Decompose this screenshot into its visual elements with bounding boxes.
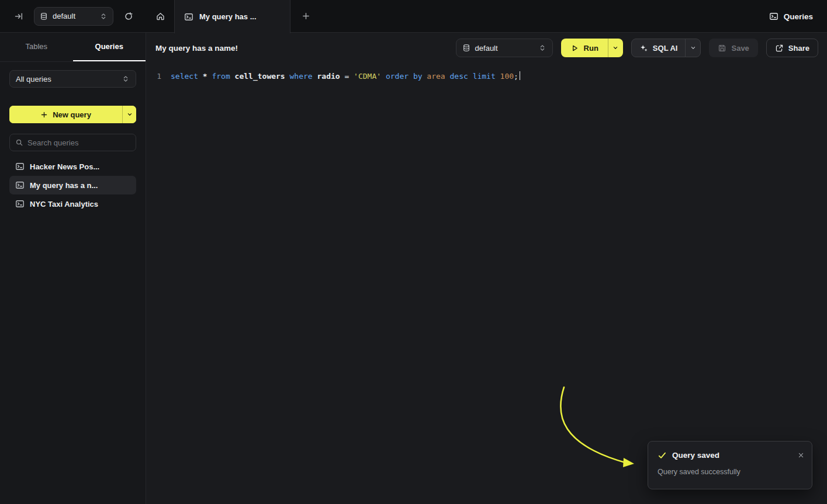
saved-query-item[interactable]: NYC Taxi Analytics (9, 194, 136, 213)
queries-filter-select[interactable]: All queries (9, 70, 136, 88)
search-icon (15, 138, 23, 147)
share-label: Share (788, 44, 809, 53)
chevron-down-icon (126, 111, 133, 118)
query-icon (15, 162, 25, 171)
plus-icon (302, 12, 310, 20)
database-icon (462, 44, 470, 52)
saved-query-item[interactable]: My query has a n... (9, 176, 136, 194)
toast-close-button[interactable] (796, 450, 806, 460)
collapse-sidebar-button[interactable] (11, 8, 27, 25)
save-icon (718, 44, 726, 53)
query-icon (15, 180, 25, 190)
new-query-split-button: New query (9, 106, 136, 123)
refresh-button[interactable] (120, 8, 137, 25)
home-tab[interactable] (146, 0, 174, 32)
chevron-down-icon (612, 44, 619, 51)
share-button[interactable]: Share (766, 39, 818, 57)
collapse-sidebar-icon (14, 12, 23, 21)
saved-query-label: Hacker News Pos... (30, 162, 99, 171)
tab-label: My query has ... (199, 12, 257, 21)
query-icon (769, 12, 778, 21)
topbar-left: default (0, 0, 146, 32)
new-query-label: New query (53, 110, 91, 119)
main-database-selector[interactable]: default (456, 39, 553, 57)
sql-ai-split-button: SQL AI (631, 39, 701, 57)
line-number: 1 (155, 71, 161, 82)
sql-ai-label: SQL AI (653, 44, 678, 53)
code-line: select * from cell_towers where radio = … (171, 71, 520, 82)
saved-queries-list: Hacker News Pos... My query has a n... N… (9, 157, 136, 213)
queries-indicator[interactable]: Queries (769, 0, 813, 33)
home-icon (155, 11, 165, 21)
run-label: Run (584, 44, 598, 53)
toast-message: Query saved successfully (648, 460, 812, 485)
run-options-button[interactable] (608, 39, 623, 57)
query-controls: default Run (456, 39, 818, 57)
queries-filter-value: All queries (16, 75, 122, 84)
check-icon (658, 451, 667, 460)
sidebar-tabs: Tables Queries (0, 33, 146, 62)
refresh-icon (124, 12, 133, 21)
tab-tables[interactable]: Tables (0, 33, 73, 61)
sql-ai-options-button[interactable] (685, 39, 700, 57)
save-button[interactable]: Save (709, 39, 757, 57)
new-tab-button[interactable] (297, 8, 314, 25)
new-query-button[interactable]: New query (9, 106, 122, 123)
sidebar-body: All queries New query (0, 62, 146, 213)
save-label: Save (731, 44, 749, 53)
query-icon (184, 12, 193, 22)
toast-title: Query saved (672, 451, 791, 460)
app-window: default My query has .. (0, 0, 827, 504)
saved-query-label: NYC Taxi Analytics (30, 200, 98, 208)
search-queries-input[interactable] (27, 138, 130, 147)
page-title: My query has a name! (155, 44, 456, 53)
query-header: My query has a name! default Run (146, 33, 827, 63)
toast-query-saved: Query saved Query saved successfully (648, 441, 812, 489)
top-bar: default My query has .. (0, 0, 827, 33)
query-icon (15, 199, 25, 208)
chevron-updown-icon (538, 44, 546, 52)
run-button[interactable]: Run (561, 39, 608, 57)
search-queries-box (9, 134, 136, 151)
run-split-button: Run (561, 39, 623, 57)
chevron-updown-icon (99, 12, 108, 20)
new-query-dropdown-button[interactable] (122, 106, 136, 123)
tab-queries[interactable]: Queries (73, 33, 146, 61)
queries-indicator-label: Queries (784, 12, 813, 21)
main-database-value: default (475, 44, 534, 53)
sidebar: Tables Queries All queries New query (0, 33, 146, 504)
topbar-database-selector[interactable]: default (34, 7, 113, 26)
sql-editor[interactable]: 1 select * from cell_towers where radio … (146, 63, 827, 504)
plus-icon (40, 111, 48, 119)
chevron-updown-icon (122, 75, 130, 83)
share-icon (775, 44, 784, 53)
saved-query-label: My query has a n... (30, 181, 98, 190)
chevron-down-icon (690, 44, 697, 51)
play-icon (570, 44, 579, 53)
tab-strip: My query has ... (146, 0, 827, 32)
tab-my-query[interactable]: My query has ... (174, 0, 290, 33)
sparkle-icon (639, 44, 648, 53)
saved-query-item[interactable]: Hacker News Pos... (9, 157, 136, 176)
topbar-database-value: default (53, 12, 95, 20)
sql-ai-button[interactable]: SQL AI (632, 39, 686, 57)
database-icon (40, 12, 48, 20)
close-icon (797, 451, 805, 459)
